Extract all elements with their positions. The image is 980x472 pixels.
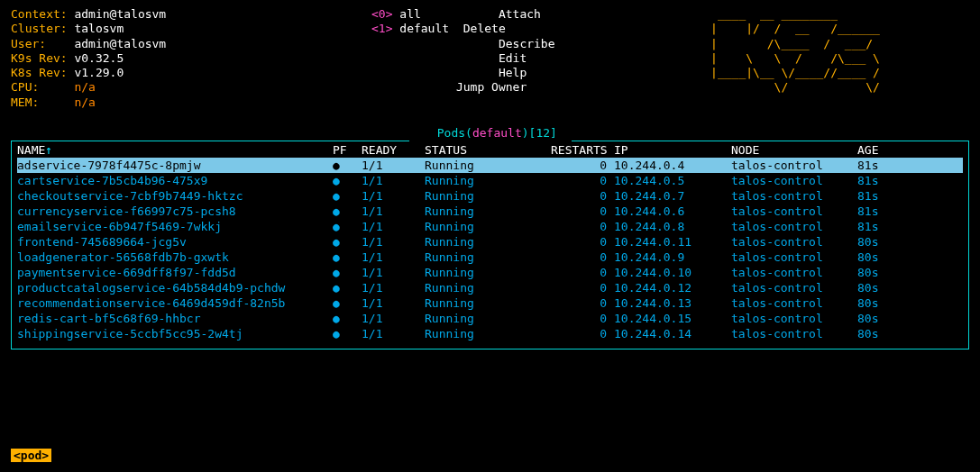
port-forward-icon: ●	[333, 189, 362, 204]
col-age[interactable]: AGE	[857, 143, 902, 158]
pod-name: emailservice-6b947f5469-7wkkj	[17, 220, 333, 234]
col-status[interactable]: STATUS	[425, 143, 551, 158]
ns-val-0: all	[399, 7, 420, 21]
pod-node: talos-control	[731, 204, 857, 219]
col-restarts[interactable]: RESTARTS	[551, 143, 614, 158]
table-row[interactable]: frontend-745689664-jcg5v●1/1Running010.2…	[17, 234, 963, 250]
pod-restarts: 0	[551, 189, 614, 204]
title-namespace: default	[472, 126, 522, 140]
port-forward-icon: ●	[333, 220, 362, 234]
pod-status: Running	[425, 266, 551, 280]
pod-ready: 1/1	[362, 204, 425, 219]
pod-status: Running	[425, 204, 551, 219]
shortcut-key[interactable]	[449, 80, 456, 94]
pod-restarts: 0	[551, 296, 614, 311]
pod-ready: 1/1	[362, 296, 425, 311]
pod-status: Running	[425, 296, 551, 311]
namespace-shortcuts: <0> all <1> default	[245, 7, 449, 110]
pod-ready: 1/1	[362, 235, 425, 250]
shortcut-key[interactable]	[449, 51, 499, 65]
port-forward-icon: ●	[333, 250, 362, 265]
cpu-value: n/a	[74, 80, 95, 94]
pod-restarts: 0	[551, 159, 614, 173]
shortcut-row: Attach	[449, 7, 710, 22]
pod-restarts: 0	[551, 235, 614, 250]
shortcut-label: Attach	[499, 7, 576, 21]
table-row[interactable]: checkoutservice-7cbf9b7449-hktzc●1/1Runn…	[17, 188, 963, 204]
title-suffix: )[	[522, 126, 536, 140]
port-forward-icon: ●	[333, 312, 362, 326]
table-row[interactable]: recommendationservice-6469d459df-82n5b●1…	[17, 295, 963, 311]
action-shortcuts: Attach Delete Describe Edit Help Jump Ow…	[449, 7, 710, 110]
pod-age: 80s	[857, 281, 902, 295]
pod-name: recommendationservice-6469d459df-82n5b	[17, 296, 333, 311]
pod-age: 81s	[857, 204, 902, 219]
table-row[interactable]: redis-cart-bf5c68f69-hhbcr●1/1Running010…	[17, 311, 963, 326]
port-forward-icon: ●	[333, 266, 362, 280]
shortcut-key[interactable]	[449, 66, 499, 79]
table-row[interactable]: cartservice-7b5cb4b96-475x9●1/1Running01…	[17, 173, 963, 188]
col-ip[interactable]: IP	[614, 143, 731, 158]
breadcrumb-pod[interactable]: <pod>	[11, 449, 51, 462]
pod-age: 80s	[857, 327, 902, 341]
shortcut-label: Edit	[499, 51, 576, 65]
port-forward-icon: ●	[333, 159, 362, 173]
pod-node: talos-control	[731, 327, 857, 341]
pod-status: Running	[425, 281, 551, 295]
pod-ready: 1/1	[362, 327, 425, 341]
title-count: 12	[536, 126, 550, 140]
pod-restarts: 0	[551, 174, 614, 188]
cpu-label: CPU:	[11, 80, 39, 94]
table-row[interactable]: shippingservice-5ccbf5cc95-2w4tj●1/1Runn…	[17, 326, 963, 341]
table-row[interactable]: loadgenerator-56568fdb7b-gxwtk●1/1Runnin…	[17, 250, 963, 265]
table-row[interactable]: adservice-7978f4475c-8pmjw●1/1Running010…	[17, 158, 963, 173]
pod-ready: 1/1	[362, 174, 425, 188]
pod-ready: 1/1	[362, 159, 425, 173]
shortcut-key[interactable]	[449, 22, 463, 35]
pod-age: 80s	[857, 250, 902, 265]
col-ready[interactable]: READY	[362, 143, 425, 158]
user-value: admin@talosvm	[74, 37, 166, 50]
pod-ip: 10.244.0.13	[614, 296, 731, 311]
pod-ip: 10.244.0.12	[614, 281, 731, 295]
port-forward-icon: ●	[333, 204, 362, 219]
pod-node: talos-control	[731, 296, 857, 311]
pod-name: frontend-745689664-jcg5v	[17, 235, 333, 250]
col-node[interactable]: NODE	[731, 143, 857, 158]
pod-node: talos-control	[731, 312, 857, 326]
cluster-label: Cluster:	[11, 22, 68, 35]
col-pf[interactable]: PF	[333, 143, 362, 158]
context-label: Context:	[11, 7, 68, 21]
pod-name: adservice-7978f4475c-8pmjw	[17, 159, 333, 173]
breadcrumb: <pod>	[11, 449, 51, 463]
port-forward-icon: ●	[333, 296, 362, 311]
port-forward-icon: ●	[333, 174, 362, 188]
ns-key-0[interactable]: <0>	[371, 7, 392, 21]
pod-node: talos-control	[731, 250, 857, 265]
pod-age: 80s	[857, 235, 902, 250]
pod-name: productcatalogservice-64b584d4b9-pchdw	[17, 281, 333, 295]
cluster-value: talosvm	[74, 22, 124, 35]
pod-node: talos-control	[731, 266, 857, 280]
shortcut-key[interactable]	[449, 37, 499, 50]
title-prefix: Pods(	[437, 126, 472, 140]
table-row[interactable]: emailservice-6b947f5469-7wkkj●1/1Running…	[17, 219, 963, 234]
mem-value: n/a	[74, 95, 95, 109]
col-name[interactable]: NAME↑	[17, 143, 333, 158]
table-row[interactable]: currencyservice-f66997c75-pcsh8●1/1Runni…	[17, 204, 963, 219]
shortcut-key[interactable]	[449, 7, 499, 21]
ns-key-1[interactable]: <1>	[371, 22, 392, 35]
pod-ip: 10.244.0.10	[614, 266, 731, 280]
table-row[interactable]: paymentservice-669dff8f97-fdd5d●1/1Runni…	[17, 265, 963, 280]
shortcut-row: Help	[449, 66, 710, 80]
pod-status: Running	[425, 159, 551, 173]
pod-ready: 1/1	[362, 250, 425, 265]
table-row[interactable]: productcatalogservice-64b584d4b9-pchdw●1…	[17, 280, 963, 295]
pod-restarts: 0	[551, 204, 614, 219]
pod-restarts: 0	[551, 312, 614, 326]
pod-age: 81s	[857, 159, 902, 173]
pod-name: redis-cart-bf5c68f69-hhbcr	[17, 312, 333, 326]
pod-age: 81s	[857, 174, 902, 188]
k9s-logo-ascii: ____ __ ________ | |/ / __ /______ | /\_…	[710, 7, 880, 110]
pod-restarts: 0	[551, 327, 614, 341]
